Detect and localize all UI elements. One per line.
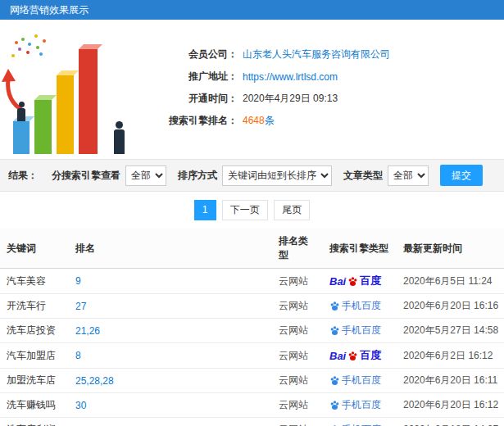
table-row: 汽车美容 9 云网站 Bai 百度 2020年6月5日 11:24 [0,269,504,294]
rank-type-cell: 云网站 [272,294,323,319]
mobile-baidu-label: 手机百度 [342,423,381,426]
rank-cell: 25,28,28 [69,369,272,393]
open-time-label: 开通时间： [146,92,238,106]
company-link[interactable]: 山东老人头汽车服务咨询有限公司 [243,48,390,61]
article-type-select[interactable]: 全部 [388,165,429,186]
update-time-cell: 2020年6月18日 14:27 [397,418,504,426]
member-info-rows: 会员公司： 山东老人头汽车服务咨询有限公司 推广地址： https://www.… [146,48,390,136]
top-title-bar: 网络营销效果展示 [0,0,504,20]
submit-button[interactable]: 提交 [440,165,483,186]
keyword-cell: 洗车赚钱吗 [0,393,69,418]
engine-filter-label: 分搜索引擎查看 [52,169,120,183]
engine-cell: 手机百度 [323,393,397,418]
mobile-baidu-paw-icon [329,400,340,410]
promo-url-link[interactable]: https://www.lrtlsd.com [243,71,338,83]
table-row: 汽车加盟店 8 云网站 Bai 百度 2020年6月2日 16:12 [0,343,504,369]
confetti-dots-decoration [15,41,18,44]
pagination: 1 下一页 尾页 [0,192,504,229]
open-time-row: 开通时间： 2020年4月29日 09:13 [146,92,390,106]
chart-bar-red [79,49,98,154]
baidu-logo-cn: 百度 [360,274,381,288]
table-row: 加盟洗车店 25,28,28 云网站 手机百度 2020年6月20日 16:11 [0,369,504,393]
rank-type-cell: 云网站 [272,369,323,393]
rank-cell: 30 [69,393,272,418]
header-rank: 排名 [69,229,272,269]
header-keyword: 关键词 [0,229,69,269]
engine-cell: 手机百度 [323,418,397,426]
keyword-cell: 加盟洗车店 [0,369,69,393]
rank-cell: 8 [69,343,272,369]
baidu-logo-cn: 百度 [360,348,381,363]
engine-cell: Bai 百度 [323,343,397,369]
header-engine-type: 搜索引擎类型 [323,229,397,269]
bar-chart-illustration [0,26,143,156]
keyword-cell: 汽车加盟店 [0,343,69,369]
table-row: 洗车店利润 30 云网站 手机百度 2020年6月18日 14:27 [0,418,504,426]
engine-filter-select[interactable]: 全部 [125,165,166,186]
header-update-time: 最新更新时间 [397,229,504,269]
filter-controls: 分搜索引擎查看 全部 排序方式 关键词由短到长排序 文章类型 全部 提交 [45,165,483,186]
keyword-cell: 洗车店投资 [0,319,69,343]
rank-cell: 27 [69,294,272,319]
article-type-label: 文章类型 [343,169,383,183]
seo-rank-unit: 条 [265,115,275,126]
sort-filter-select[interactable]: 关键词由短到长排序 [222,165,332,186]
seo-rank-count: 4648 [243,115,265,126]
table-row: 开洗车行 27 云网站 手机百度 2020年6月20日 16:16 [0,294,504,319]
seo-rank-row: 搜索引擎排名： 4648条 [146,114,390,128]
update-time-cell: 2020年6月20日 16:16 [397,294,504,319]
filter-bar: 结果： 分搜索引擎查看 全部 排序方式 关键词由短到长排序 文章类型 全部 提交 [0,159,504,192]
last-page-button[interactable]: 尾页 [274,200,310,220]
rank-type-cell: 云网站 [272,319,323,343]
seo-rank-label: 搜索引擎排名： [146,114,238,128]
open-time-value: 2020年4月29日 09:13 [243,92,338,106]
chart-bar-blue [13,121,30,154]
keyword-cell: 开洗车行 [0,294,69,319]
rank-cell: 30 [69,418,272,426]
header-rank-type: 排名类型 [272,229,323,269]
member-info-section: 会员公司： 山东老人头汽车服务咨询有限公司 推广地址： https://www.… [0,20,504,159]
person-figure-right [113,121,125,154]
baidu-paw-icon [347,276,358,287]
next-page-button[interactable]: 下一页 [222,200,268,220]
rank-type-cell: 云网站 [272,393,323,418]
rank-type-cell: 云网站 [272,269,323,294]
mobile-baidu-paw-icon [329,301,340,311]
mobile-baidu-paw-icon [329,325,340,336]
engine-cell: 手机百度 [323,319,397,343]
mobile-baidu-label: 手机百度 [342,374,381,387]
update-time-cell: 2020年6月20日 16:12 [397,393,504,418]
rank-type-cell: 云网站 [272,343,323,369]
mobile-baidu-paw-icon [329,375,340,386]
chart-bar-green [34,100,52,154]
page-1[interactable]: 1 [194,200,216,220]
table-row: 洗车店投资 21,26 云网站 手机百度 2020年5月27日 14:58 [0,319,504,343]
mobile-baidu-label: 手机百度 [342,398,381,412]
company-label: 会员公司： [146,48,238,61]
engine-cell: 手机百度 [323,294,397,319]
rank-cell: 9 [69,269,272,294]
page-title: 网络营销效果展示 [10,4,89,16]
update-time-cell: 2020年6月20日 16:11 [397,369,504,393]
mobile-baidu-label: 手机百度 [342,324,381,338]
rank-cell: 21,26 [69,319,272,343]
rank-type-cell: 云网站 [272,418,323,426]
results-table: 关键词 排名 排名类型 搜索引擎类型 最新更新时间 汽车美容 9 云网站 Bai… [0,229,504,426]
keyword-cell: 洗车店利润 [0,418,69,426]
promo-url-row: 推广地址： https://www.lrtlsd.com [146,70,390,84]
keyword-cell: 汽车美容 [0,269,69,294]
update-time-cell: 2020年6月2日 16:12 [397,343,504,369]
company-row: 会员公司： 山东老人头汽车服务咨询有限公司 [146,48,390,61]
baidu-paw-icon [347,351,358,361]
baidu-logo-text: Bai [329,350,346,362]
person-figure-left [16,102,27,121]
sort-filter-label: 排序方式 [178,169,217,183]
engine-cell: Bai 百度 [323,269,397,294]
update-time-cell: 2020年5月27日 14:58 [397,319,504,343]
table-row: 洗车赚钱吗 30 云网站 手机百度 2020年6月20日 16:12 [0,393,504,418]
table-header-row: 关键词 排名 排名类型 搜索引擎类型 最新更新时间 [0,229,504,269]
result-label: 结果： [8,169,38,183]
promo-url-label: 推广地址： [146,70,238,84]
engine-cell: 手机百度 [323,369,397,393]
chart-bar-gold [57,75,74,154]
